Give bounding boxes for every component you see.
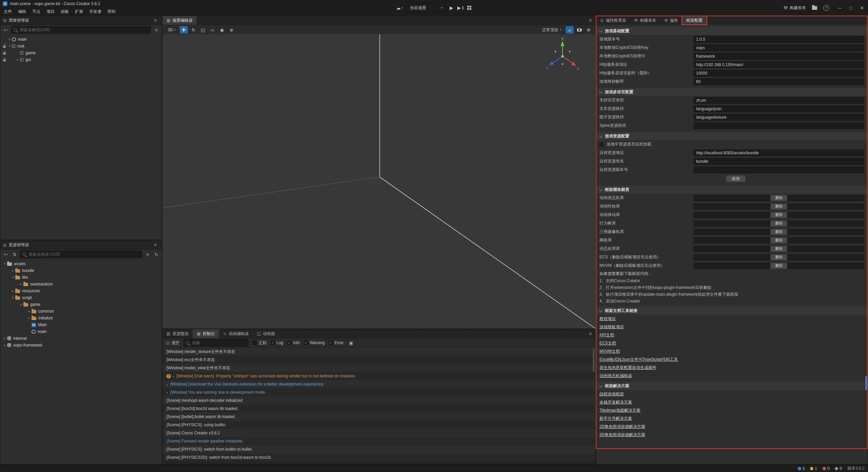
console-log-row[interactable]: [Scene] meshopt wasm decoder initialized (162, 396, 595, 405)
console-log-row[interactable]: [Scene] [bullet]:bullet wasm lib loaded. (162, 413, 595, 421)
close-button[interactable]: ✕ (860, 5, 864, 11)
tab-asset-preview[interactable]: ▤资源预览 (162, 329, 193, 338)
property-input[interactable] (694, 78, 864, 85)
delete-button[interactable]: 删除 (770, 246, 787, 252)
collapse-arrow-icon[interactable]: ▾ (11, 296, 15, 299)
panel-menu-icon[interactable]: ≡ (150, 242, 160, 248)
console-log-row[interactable]: [Scene] [PHYSICS2D]: switch from box2d-w… (162, 453, 595, 461)
solution-link-2[interactable]: Tiledmap地图解决方案 (599, 408, 640, 413)
filter-error-checkbox[interactable]: Error (329, 340, 344, 345)
solution-link-0[interactable]: 战棋游戏框架 (599, 391, 624, 397)
hierarchy-node-root[interactable]: ▾root (0, 43, 162, 50)
doc-link-1[interactable]: 游戏模板项目 (599, 324, 624, 330)
section-basic-config[interactable]: 游戏基础配置 (596, 27, 868, 35)
property-input[interactable] (694, 105, 864, 112)
collapse-arrow-icon[interactable]: ▾ (11, 276, 15, 279)
doc-link-2[interactable]: API文档 (599, 332, 614, 338)
scene-viewport[interactable]: Y X z (162, 34, 595, 329)
delete-button[interactable]: 删除 (770, 220, 787, 227)
panel-menu-icon[interactable]: ≡ (585, 16, 595, 25)
collapse-arrow-icon[interactable]: ▾ (19, 303, 23, 306)
asset-node-internal[interactable]: ▸internal (0, 335, 162, 342)
property-input[interactable] (694, 150, 864, 156)
console-log-row[interactable]: [Window] render_texture文件夹不存在 (162, 348, 595, 356)
collapse-arrow-icon[interactable]: ▾ (2, 262, 7, 266)
filter-icon[interactable]: ≡ (153, 26, 160, 33)
dimension-toggle-button[interactable]: 3D ▾ (165, 27, 178, 32)
tab-service[interactable]: ⚙服务 (660, 16, 682, 25)
filter-log-checkbox[interactable]: Log (271, 340, 283, 345)
collapse-arrow-icon[interactable]: ▾ (7, 44, 12, 48)
expand-log-icon[interactable]: › (166, 382, 168, 387)
error-count-badge[interactable]: 0 (823, 466, 830, 471)
property-input[interactable] (694, 70, 864, 77)
panel-menu-icon[interactable]: ≡ (150, 18, 160, 23)
save-button[interactable]: 保存 (726, 175, 746, 182)
delete-button[interactable]: 删除 (770, 263, 787, 269)
menu-developer[interactable]: 开发者 (86, 8, 104, 16)
warning-count-badge[interactable]: 1 (810, 466, 817, 471)
asset-node-script[interactable]: ▾script (0, 294, 162, 301)
expand-arrow-icon[interactable]: ▸ (11, 269, 15, 272)
console-log-row[interactable]: ›[Window] Download the Vue Devtools exte… (162, 380, 595, 388)
property-input[interactable] (694, 122, 864, 129)
tab-animation-editor[interactable]: ∿动画编辑器 (219, 329, 253, 338)
property-input[interactable] (694, 36, 864, 43)
section-doc-links[interactable]: 框架文档工具链接 (596, 307, 868, 315)
expand-arrow-icon[interactable]: ▸ (2, 337, 7, 340)
step-button[interactable]: ▶ (457, 5, 463, 11)
menu-extension[interactable]: 扩展 (72, 8, 86, 16)
solution-link-1[interactable]: 全栈开发解决方案 (599, 399, 632, 405)
property-input[interactable] (694, 44, 864, 51)
asset-node-libs[interactable]: ▾libs (0, 274, 162, 281)
hierarchy-search-input[interactable] (11, 26, 151, 34)
filter-icon[interactable]: ≡ (144, 251, 151, 258)
menu-help[interactable]: 帮助 (104, 8, 119, 16)
doc-link-7[interactable]: 动画状态机编辑器 (599, 373, 632, 379)
console-search-input[interactable] (183, 339, 249, 347)
hierarchy-node-game[interactable]: game (0, 50, 162, 56)
expand-arrow-icon[interactable]: ▸ (11, 289, 15, 293)
console-log-row[interactable]: [Scene] Forward render pipeline initiali… (162, 437, 595, 445)
menu-panel[interactable]: 面板 (58, 8, 72, 16)
notification-badge[interactable]: 0 (835, 466, 842, 471)
expand-arrow-icon[interactable]: ▸ (15, 58, 20, 61)
property-input[interactable] (694, 166, 864, 173)
console-log-row[interactable]: [Window] ecs文件夹不存在 (162, 356, 595, 364)
delete-button[interactable]: 删除 (770, 237, 787, 243)
scale-tool-button[interactable]: ◱ (199, 26, 207, 34)
console-log-row[interactable]: [Scene] Cocos Creator v3.8.2 (162, 429, 595, 437)
delete-button[interactable]: 删除 (770, 254, 787, 260)
asset-node-common[interactable]: ▸common (0, 308, 162, 315)
console-scrollbar-thumb[interactable] (593, 348, 595, 372)
preview-target-icon[interactable]: ☁▾ (396, 5, 403, 11)
property-input[interactable] (694, 114, 864, 121)
sort-assets-icon[interactable]: ⇅ (11, 251, 18, 258)
tab-framework-config[interactable]: 框架配置 (682, 16, 707, 25)
asset-node-game[interactable]: ▾game (0, 301, 162, 308)
console-log-row[interactable]: [Scene] [box2d]:box2d wasm lib loaded. (162, 405, 595, 413)
preview-grid-icon[interactable] (467, 6, 469, 7)
asset-node-main[interactable]: main (0, 328, 162, 335)
help-icon[interactable]: ? (823, 5, 829, 11)
property-input[interactable] (694, 61, 864, 68)
tab-build-publish[interactable]: ⚒构建发布 (630, 16, 660, 25)
expand-arrow-icon[interactable]: ▸ (19, 282, 23, 286)
doc-link-0[interactable]: 教程项目 (599, 316, 616, 322)
asset-node-Main[interactable]: TSMain (0, 321, 162, 328)
filter-info-checkbox[interactable]: Info (287, 340, 300, 345)
expand-arrow-icon[interactable]: ▸ (27, 316, 32, 320)
panel-menu-icon[interactable]: ≡ (585, 329, 595, 338)
scene-settings-button[interactable]: ⚙ (585, 26, 593, 34)
rotate-tool-button[interactable]: ↻ (189, 26, 197, 34)
console-log-row[interactable]: [Scene] [PHYSICS]: switch from builtin t… (162, 445, 595, 453)
move-tool-button[interactable] (180, 26, 188, 34)
log-count-badge[interactable]: 3 (798, 466, 805, 471)
build-publish-button[interactable]: ⚒ 构建发布 (783, 5, 806, 11)
orientation-gizmo[interactable]: Y X z (544, 38, 581, 75)
console-log-row[interactable]: ›[Window] You are running Vue in develop… (162, 388, 595, 396)
create-node-button[interactable]: +▾ (2, 26, 9, 33)
clear-console-button[interactable]: ∅ 清空 (166, 340, 179, 346)
lighting-toggle-button[interactable]: ☼ (566, 26, 574, 34)
doc-link-4[interactable]: MVVM文档 (599, 349, 620, 354)
